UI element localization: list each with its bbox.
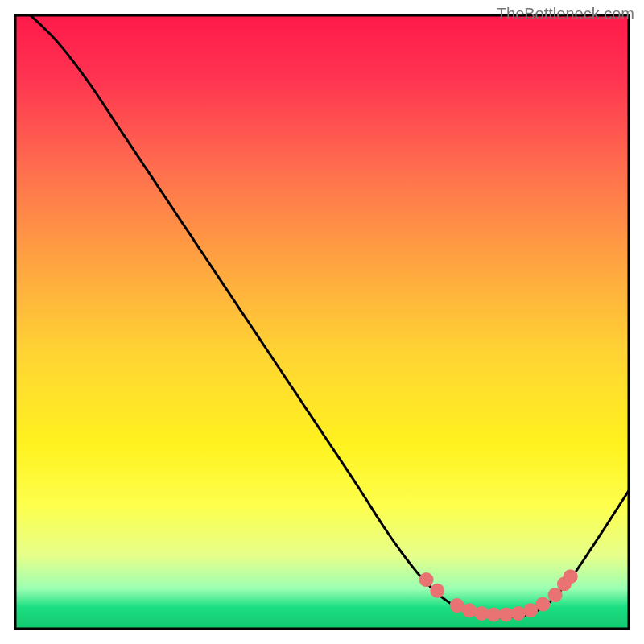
data-marker — [535, 597, 550, 612]
data-marker — [474, 606, 489, 621]
data-marker — [430, 584, 444, 598]
data-marker — [462, 603, 477, 617]
data-marker — [564, 569, 578, 584]
data-marker — [548, 588, 563, 602]
data-marker — [499, 607, 514, 621]
data-marker — [511, 606, 526, 621]
data-marker — [523, 603, 538, 617]
plot-background — [15, 15, 629, 629]
chart-svg — [0, 0, 644, 644]
watermark-text: TheBottleneck.com — [497, 5, 634, 23]
bottleneck-chart: TheBottleneck.com — [0, 0, 644, 644]
data-marker — [419, 572, 434, 587]
